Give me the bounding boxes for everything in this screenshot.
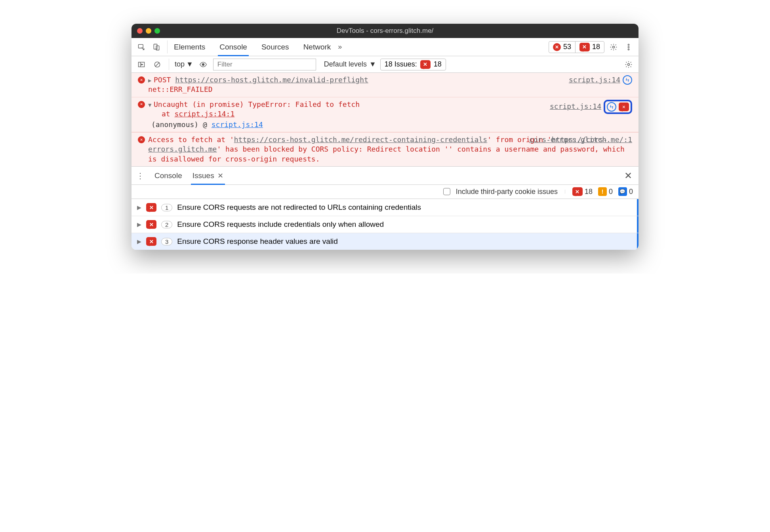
cors-error-prefix: Access to fetch at ' [148,135,234,144]
issues-badge[interactable]: 18 [575,42,604,53]
source-link[interactable]: script.js:14 [569,75,620,85]
drawer-tabbar: ⋮ Console Issues ✕ ✕ [132,167,638,185]
dropdown-caret-icon: ▼ [369,60,376,68]
error-issue-icon [572,187,583,196]
issue-icon [579,43,590,51]
issue-row[interactable]: ▶ 2 Ensure CORS requests include credent… [132,216,638,233]
clear-console-icon[interactable] [151,59,163,70]
filter-input[interactable] [213,59,316,70]
error-icon [138,101,145,108]
console-settings-gear-icon[interactable] [623,59,635,70]
console-error-row[interactable]: ▼Uncaught (in promise) TypeError: Failed… [132,97,638,120]
highlighted-annotation [604,100,632,114]
network-request-icon[interactable] [623,75,632,85]
svg-point-9 [202,63,204,65]
error-icon [138,136,145,143]
toggle-sidebar-icon[interactable] [135,59,147,70]
issue-count-pill: 1 [161,204,172,211]
error-icon [138,76,145,84]
console-error-row[interactable]: Access to fetch at 'https://cors-host.gl… [132,132,638,166]
drawer-tab-label: Issues [192,171,214,180]
log-levels-selector[interactable]: Default levels ▼ [324,60,376,68]
source-link[interactable]: cors-errors.glitch.me/:1 [529,135,632,144]
svg-rect-1 [154,44,157,49]
close-tab-icon[interactable]: ✕ [217,171,223,180]
issue-count-warnings[interactable]: ! 0 [598,187,613,196]
tab-console[interactable]: Console [218,38,249,56]
source-link[interactable]: script.js:14 [550,102,601,111]
levels-label: Default levels [324,60,367,68]
stack-link[interactable]: script.js:14:1 [175,110,235,118]
issue-icon [420,60,431,69]
issue-count-value: 18 [585,188,593,196]
issues-list: ▶ 1 Ensure CORS requests are not redirec… [132,199,638,250]
issue-count-pill: 2 [161,221,172,228]
tab-sources[interactable]: Sources [260,38,291,56]
console-messages: ▶POST https://cors-host.glitch.me/invali… [132,73,638,167]
issue-row[interactable]: ▶ 1 Ensure CORS requests are not redirec… [132,199,638,216]
network-request-icon[interactable] [607,102,616,112]
issue-icon [146,220,156,229]
issues-summary-label: 18 Issues: [385,60,417,68]
console-error-row[interactable]: ▶POST https://cors-host.glitch.me/invali… [132,73,638,97]
blocked-url-link[interactable]: https://cors-host.glitch.me/redirect-con… [234,135,487,144]
divider [169,59,169,70]
svg-rect-0 [139,44,143,48]
stack-link[interactable]: script.js:14 [212,120,263,129]
svg-point-4 [628,44,629,45]
include-thirdparty-checkbox[interactable] [443,188,450,195]
expand-caret-icon[interactable]: ▶ [148,77,153,84]
expand-caret-icon[interactable]: ▶ [137,221,141,228]
live-expression-eye-icon[interactable] [197,59,209,70]
http-method: POST [154,76,171,84]
drawer-tab-label: Console [154,171,182,180]
svg-point-5 [628,46,629,48]
device-toolbar-icon[interactable] [151,41,162,53]
issue-title: Ensure CORS response header values are v… [177,237,338,246]
close-drawer-icon[interactable]: ✕ [621,170,635,181]
error-message: Uncaught (in promise) TypeError: Failed … [154,100,360,108]
main-toolbar: Elements Console Sources Network » 53 18 [132,38,638,56]
request-url-link[interactable]: https://cors-host.glitch.me/invalid-pref… [175,76,368,84]
errors-badge[interactable]: 53 [549,42,575,53]
collapse-caret-icon[interactable]: ▼ [148,101,153,109]
drawer-menu-icon[interactable]: ⋮ [135,171,146,180]
drawer-tab-issues[interactable]: Issues ✕ [191,167,225,184]
issue-title: Ensure CORS requests include credentials… [177,220,384,229]
inspect-element-icon[interactable] [135,41,147,53]
issue-count-pill: 3 [161,238,172,245]
drawer-tab-console[interactable]: Console [153,167,184,184]
svg-point-3 [613,46,615,48]
tab-elements[interactable]: Elements [172,38,207,56]
issue-count-errors[interactable]: 18 [572,187,593,196]
kebab-menu-icon[interactable] [623,41,635,53]
issues-toolbar: Include third-party cookie issues 18 ! 0… [132,185,638,199]
issues-summary-button[interactable]: 18 Issues: 18 [380,59,446,70]
settings-gear-icon[interactable] [608,41,619,53]
devtools-window: DevTools - cors-errors.glitch.me/ Elemen… [132,24,638,250]
issue-count-info[interactable]: 💬 0 [618,187,633,196]
issue-count-value: 0 [609,188,613,196]
warning-issue-icon: ! [598,187,607,196]
expand-caret-icon[interactable]: ▶ [137,204,141,211]
tab-network[interactable]: Network [302,38,333,56]
expand-caret-icon[interactable]: ▶ [137,238,141,245]
more-tabs-button[interactable]: » [335,43,344,51]
svg-point-10 [628,63,630,65]
stack-anonymous: (anonymous) @ [151,120,212,129]
issues-summary-count: 18 [434,60,442,68]
issue-title: Ensure CORS requests are not redirected … [177,203,421,212]
errors-count: 53 [563,43,571,51]
svg-rect-2 [156,46,159,50]
console-toolbar: top ▼ Default levels ▼ 18 Issues: 18 [132,56,638,73]
titlebar: DevTools - cors-errors.glitch.me/ [132,24,638,38]
context-selector[interactable]: top ▼ [175,60,193,68]
open-issue-icon[interactable] [619,103,629,111]
issue-count-value: 0 [629,188,633,196]
context-label: top [175,60,185,68]
issue-row[interactable]: ▶ 3 Ensure CORS response header values a… [132,233,638,250]
dropdown-caret-icon: ▼ [186,60,193,68]
include-thirdparty-label: Include third-party cookie issues [456,188,558,196]
error-status: net::ERR_FAILED [148,85,213,93]
svg-point-6 [628,49,629,50]
